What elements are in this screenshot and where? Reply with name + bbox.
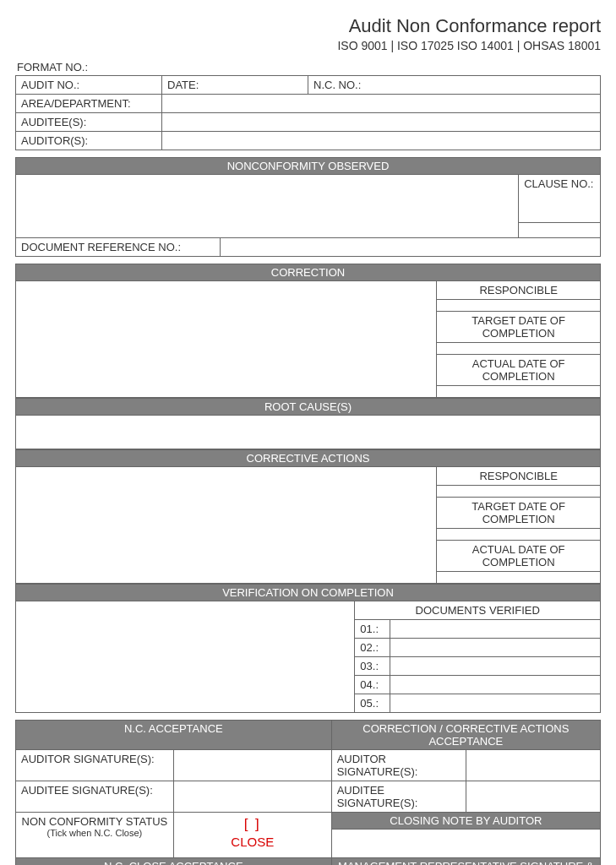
- clause-value[interactable]: [519, 222, 601, 237]
- auditor-sig-label-2: AUDITOR SIGNATURE(S):: [331, 750, 466, 781]
- date-label: DATE:: [162, 76, 308, 95]
- nc-acceptance-header: N.C. ACCEPTANCE: [16, 721, 332, 750]
- nonconformity-header: NONCONFORMITY OBSERVED: [16, 158, 601, 175]
- doc-row-2: 02.:: [355, 639, 390, 657]
- auditee-value[interactable]: [162, 113, 601, 132]
- auditee-label: AUDITEE(S):: [16, 113, 162, 132]
- root-cause-table: ROOT CAUSE(S): [15, 398, 601, 449]
- doc-row-4-value[interactable]: [390, 676, 600, 694]
- verification-header: VERIFICATION ON COMPLETION: [16, 585, 601, 601]
- corrective-actual-label: ACTUAL DATE OF COMPLETION: [437, 541, 601, 572]
- correction-header: CORRECTION: [16, 264, 601, 281]
- corrective-target-value[interactable]: [437, 529, 601, 541]
- doc-row-3-value[interactable]: [390, 657, 600, 676]
- corrective-target-label: TARGET DATE OF COMPLETION: [437, 498, 601, 529]
- auditor-value[interactable]: [162, 132, 601, 150]
- nonconformity-body[interactable]: [16, 175, 519, 238]
- nonconformity-table: NONCONFORMITY OBSERVED CLAUSE NO.: DOCUM…: [15, 157, 601, 257]
- doc-row-5-value[interactable]: [390, 694, 600, 713]
- correction-body[interactable]: [16, 281, 437, 398]
- auditor-sig-value-2[interactable]: [466, 750, 600, 781]
- auditee-sig-value-2[interactable]: [466, 781, 600, 813]
- doc-subtitle: ISO 9001 | ISO 17025 ISO 14001 | OHSAS 1…: [15, 39, 601, 52]
- doc-row-2-value[interactable]: [390, 639, 600, 657]
- correction-target-label: TARGET DATE OF COMPLETION: [437, 312, 601, 343]
- correction-responsible-value[interactable]: [437, 300, 601, 312]
- closing-note-body[interactable]: [331, 830, 600, 858]
- corrective-responsible-label: RESPONCIBLE: [437, 467, 601, 486]
- corrective-table: CORRECTIVE ACTIONS RESPONCIBLE TARGET DA…: [15, 449, 601, 584]
- cc-acceptance-header: CORRECTION / CORRECTIVE ACTIONS ACCEPTAN…: [331, 721, 600, 750]
- tick-note: (Tick when N.C. Close): [21, 828, 168, 838]
- corrective-actual-value[interactable]: [437, 572, 601, 584]
- doc-row-3: 03.:: [355, 657, 390, 676]
- closing-note-header: CLOSING NOTE BY AUDITOR: [331, 813, 600, 830]
- doc-row-4: 04.:: [355, 676, 390, 694]
- nc-close-header: N.C. CLOSE ACCEPTANCE: [16, 858, 332, 866]
- root-cause-body[interactable]: [16, 416, 601, 449]
- auditee-sig-label-2: AUDITEE SIGNATURE(S):: [331, 781, 466, 813]
- close-brackets: [ ]: [179, 815, 326, 834]
- auditor-sig-label-1: AUDITOR SIGNATURE(S):: [16, 750, 174, 781]
- close-tick-box[interactable]: [ ] CLOSE: [173, 813, 331, 858]
- correction-target-value[interactable]: [437, 343, 601, 355]
- verification-body[interactable]: [16, 601, 355, 713]
- doc-row-5: 05.:: [355, 694, 390, 713]
- close-text: CLOSE: [179, 834, 326, 851]
- docs-verified-header: DOCUMENTS VERIFIED: [355, 601, 601, 620]
- auditee-sig-value-1[interactable]: [173, 781, 331, 813]
- correction-responsible-label: RESPONCIBLE: [437, 281, 601, 300]
- doc-row-1: 01.:: [355, 620, 390, 639]
- doc-title: Audit Non Conformance report: [15, 15, 601, 37]
- doc-row-1-value[interactable]: [390, 620, 600, 639]
- nc-no-label: N.C. NO.:: [308, 76, 601, 95]
- corrective-body[interactable]: [16, 467, 437, 584]
- doc-ref-label: DOCUMENT REFERENCE NO.:: [16, 238, 221, 257]
- nc-status-label: NON CONFORMITY STATUS: [21, 815, 168, 828]
- correction-table: CORRECTION RESPONCIBLE TARGET DATE OF CO…: [15, 264, 601, 398]
- auditee-sig-label-1: AUDITEE SIGNATURE(S):: [16, 781, 174, 813]
- root-cause-header: ROOT CAUSE(S): [16, 399, 601, 416]
- basic-info-table: AUDIT NO.: DATE: N.C. NO.: AREA/DEPARTME…: [15, 75, 601, 150]
- nc-status-cell: NON CONFORMITY STATUS (Tick when N.C. Cl…: [16, 813, 174, 858]
- auditor-sig-value-1[interactable]: [173, 750, 331, 781]
- verification-table: VERIFICATION ON COMPLETION DOCUMENTS VER…: [15, 584, 601, 713]
- mgmt-rep-header: MANAGEMENT REPRESENTATIVE SIGNATURE & DA…: [331, 858, 600, 866]
- clause-label: CLAUSE NO.:: [519, 175, 601, 223]
- correction-actual-value[interactable]: [437, 386, 601, 398]
- area-label: AREA/DEPARTMENT:: [16, 95, 162, 113]
- area-value[interactable]: [162, 95, 601, 113]
- acceptance-table: N.C. ACCEPTANCE CORRECTION / CORRECTIVE …: [15, 720, 601, 865]
- audit-no-label: AUDIT NO.:: [16, 76, 162, 95]
- corrective-header: CORRECTIVE ACTIONS: [16, 450, 601, 467]
- format-no-label: FORMAT NO.:: [15, 61, 601, 73]
- corrective-responsible-value[interactable]: [437, 486, 601, 498]
- auditor-label: AUDITOR(S):: [16, 132, 162, 150]
- doc-ref-value[interactable]: [221, 238, 601, 257]
- correction-actual-label: ACTUAL DATE OF COMPLETION: [437, 355, 601, 386]
